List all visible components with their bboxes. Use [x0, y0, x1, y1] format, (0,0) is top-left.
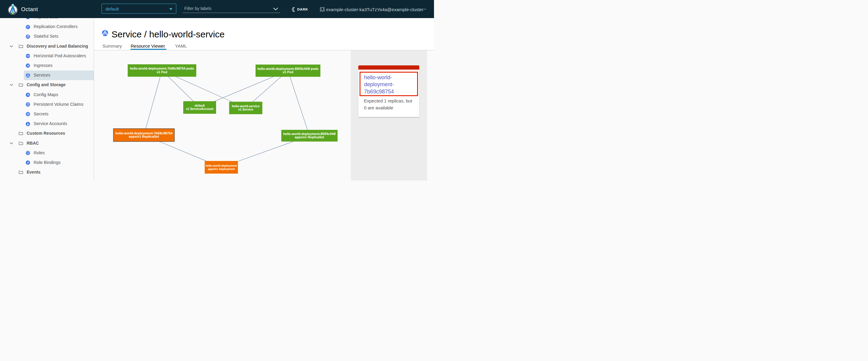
svg-text:hello-world-deployment-85ff4cf: hello-world-deployment-85ff4cf44f pods: [257, 67, 318, 70]
svg-text:v1 Service: v1 Service: [238, 108, 253, 111]
svg-text:hello-world-deployment: hello-world-deployment: [206, 164, 237, 167]
svg-text:apps/v1 ReplicaSet: apps/v1 ReplicaSet: [295, 135, 324, 139]
svg-text:hello-world-deployment-7b69c98: hello-world-deployment-7b69c98754: [116, 131, 173, 135]
svg-text:v1 Pod: v1 Pod: [157, 70, 167, 74]
svg-text:default: default: [195, 104, 205, 107]
svg-text:hello-world-service: hello-world-service: [232, 105, 259, 108]
svg-text:v1 ServiceAccount: v1 ServiceAccount: [186, 107, 214, 110]
svg-text:hello-world-deployment-7b69c98: hello-world-deployment-7b69c98754 pods: [130, 67, 194, 70]
svg-text:hello-world-deployment-85ff4cf: hello-world-deployment-85ff4cf44f: [283, 132, 336, 136]
svg-text:apps/v1 ReplicaSet: apps/v1 ReplicaSet: [129, 135, 159, 138]
svg-text:v1 Pod: v1 Pod: [283, 70, 293, 74]
svg-text:apps/v1 Deployment: apps/v1 Deployment: [208, 168, 235, 170]
